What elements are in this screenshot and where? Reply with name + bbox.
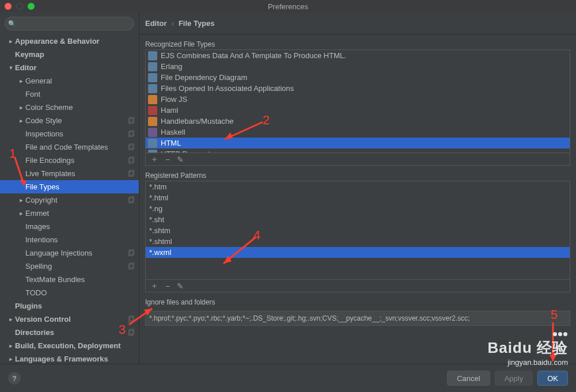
sidebar: 🔍 ►Appearance & BehaviorKeymap▼Editor►Ge…: [0, 13, 139, 364]
tree-arrow-icon: ►: [7, 317, 15, 322]
sidebar-item-copyright[interactable]: ►Copyright: [0, 193, 139, 207]
edit-filetype-button[interactable]: ✎: [177, 155, 184, 164]
sidebar-item-font[interactable]: Font: [0, 87, 139, 101]
filetype-row[interactable]: File Dependency Diagram: [146, 72, 570, 83]
add-pattern-button[interactable]: ＋: [150, 281, 158, 291]
pattern-row[interactable]: *.wxml: [146, 247, 570, 258]
sidebar-item-label: Intentions: [25, 235, 135, 244]
tree-arrow-icon: ►: [7, 343, 15, 349]
pattern-row[interactable]: *.html: [146, 192, 570, 203]
sidebar-item-label: Color Scheme: [25, 103, 135, 112]
sidebar-item-languages-frameworks[interactable]: ►Languages & Frameworks: [0, 352, 139, 364]
tree-arrow-icon: ▼: [7, 65, 15, 71]
filetype-icon: [148, 106, 157, 115]
sidebar-item-general[interactable]: ►General: [0, 74, 139, 87]
sidebar-item-label: TODO: [25, 288, 135, 297]
recognized-file-types-box: EJS Combines Data And A Template To Prod…: [145, 50, 570, 166]
sidebar-item-label: Images: [25, 222, 135, 231]
patterns-box: *.htm*.html*.ng*.sht*.shtm*.shtml*.wxml …: [145, 181, 570, 292]
help-button[interactable]: ?: [8, 372, 21, 385]
sidebar-item-label: Inspections: [25, 130, 127, 138]
filetype-icon: [148, 117, 157, 126]
apply-button[interactable]: Apply: [495, 371, 533, 386]
sidebar-item-todo[interactable]: TODO: [0, 286, 139, 299]
sidebar-item-appearance-behavior[interactable]: ►Appearance & Behavior: [0, 35, 139, 48]
sidebar-item-emmet[interactable]: ►Emmet: [0, 207, 139, 220]
filetype-row[interactable]: EJS Combines Data And A Template To Prod…: [146, 50, 570, 61]
breadcrumb: Editor › File Types: [139, 13, 576, 35]
sidebar-item-spelling[interactable]: Spelling: [0, 260, 139, 273]
sidebar-item-plugins[interactable]: Plugins: [0, 299, 139, 313]
tree-arrow-icon: ►: [7, 39, 15, 44]
filetype-row[interactable]: Flow JS: [146, 94, 570, 105]
pattern-row[interactable]: *.sht: [146, 214, 570, 225]
sidebar-item-file-types[interactable]: File Types: [0, 180, 139, 193]
sidebar-item-editor[interactable]: ▼Editor: [0, 61, 139, 74]
recognized-toolbar: ＋ − ✎: [146, 153, 570, 165]
sidebar-item-inspections[interactable]: Inspections: [0, 127, 139, 140]
edit-pattern-button[interactable]: ✎: [177, 281, 184, 291]
project-scope-icon: [127, 143, 135, 151]
sidebar-item-intentions[interactable]: Intentions: [0, 233, 139, 246]
filetype-row[interactable]: HTML: [146, 138, 570, 149]
sidebar-item-label: Font: [25, 90, 135, 98]
remove-filetype-button[interactable]: −: [165, 155, 170, 164]
ignore-label: Ignore files and folders: [139, 292, 576, 307]
filetype-label: File Dependency Diagram: [161, 73, 247, 82]
patterns-list[interactable]: *.htm*.html*.ng*.sht*.shtm*.shtml*.wxml: [146, 181, 570, 279]
filetype-row[interactable]: Erlang: [146, 61, 570, 72]
sidebar-item-directories[interactable]: Directories: [0, 326, 139, 339]
sidebar-item-label: Plugins: [15, 302, 135, 310]
filetype-row[interactable]: HTTP Requests: [146, 149, 570, 153]
sidebar-item-label: File and Code Templates: [25, 143, 127, 151]
sidebar-item-textmate-bundles[interactable]: TextMate Bundles: [0, 273, 139, 286]
tree-arrow-icon: ►: [17, 197, 25, 203]
filetype-label: EJS Combines Data And A Template To Prod…: [161, 51, 346, 60]
add-filetype-button[interactable]: ＋: [150, 154, 158, 165]
sidebar-item-color-scheme[interactable]: ►Color Scheme: [0, 101, 139, 114]
sidebar-item-images[interactable]: Images: [0, 220, 139, 233]
pattern-row[interactable]: *.ng: [146, 203, 570, 214]
filetype-row[interactable]: Files Opened In Associated Applications: [146, 83, 570, 94]
sidebar-item-file-and-code-templates[interactable]: File and Code Templates: [0, 140, 139, 154]
project-scope-icon: [127, 249, 135, 257]
sidebar-item-label: Language Injections: [25, 249, 127, 257]
pattern-label: *.shtml: [149, 237, 172, 246]
project-scope-icon: [127, 262, 135, 271]
patterns-label: Registered Patterns: [139, 166, 576, 181]
ok-button[interactable]: OK: [537, 371, 568, 386]
filetype-label: HTML: [161, 139, 181, 147]
sidebar-item-language-injections[interactable]: Language Injections: [0, 246, 139, 260]
cancel-button[interactable]: Cancel: [447, 371, 490, 386]
sidebar-item-build-execution-deployment[interactable]: ►Build, Execution, Deployment: [0, 339, 139, 352]
patterns-toolbar: ＋ − ✎: [146, 279, 570, 292]
pattern-row[interactable]: *.shtml: [146, 236, 570, 247]
filetype-icon: [148, 51, 157, 60]
ignore-input[interactable]: [145, 311, 570, 326]
pattern-row[interactable]: *.htm: [146, 181, 570, 192]
sidebar-item-label: Directories: [15, 328, 127, 337]
recognized-file-types-list[interactable]: EJS Combines Data And A Template To Prod…: [146, 50, 570, 153]
project-scope-icon: [127, 130, 135, 138]
sidebar-item-version-control[interactable]: ►Version Control: [0, 313, 139, 326]
sidebar-item-label: Spelling: [25, 262, 127, 271]
filetype-row[interactable]: Haml: [146, 105, 570, 116]
sidebar-item-live-templates[interactable]: Live Templates: [0, 167, 139, 180]
settings-tree[interactable]: ►Appearance & BehaviorKeymap▼Editor►Gene…: [0, 35, 139, 364]
dialog-footer: ? Cancel Apply OK: [0, 364, 576, 392]
tree-arrow-icon: ►: [7, 356, 15, 362]
search-icon: 🔍: [8, 20, 16, 28]
filetype-row[interactable]: Haskell: [146, 127, 570, 138]
search-input[interactable]: [5, 17, 134, 31]
sidebar-item-label: Appearance & Behavior: [15, 37, 135, 45]
filetype-icon: [148, 128, 157, 137]
remove-pattern-button[interactable]: −: [165, 281, 170, 291]
sidebar-item-code-style[interactable]: ►Code Style: [0, 114, 139, 127]
filetype-row[interactable]: Handlebars/Mustache: [146, 116, 570, 127]
sidebar-item-file-encodings[interactable]: File Encodings: [0, 154, 139, 167]
sidebar-item-label: Live Templates: [25, 169, 127, 178]
pattern-row[interactable]: *.shtm: [146, 225, 570, 236]
filetype-icon: [148, 84, 157, 93]
sidebar-item-keymap[interactable]: Keymap: [0, 48, 139, 61]
filetype-icon: [148, 62, 157, 71]
